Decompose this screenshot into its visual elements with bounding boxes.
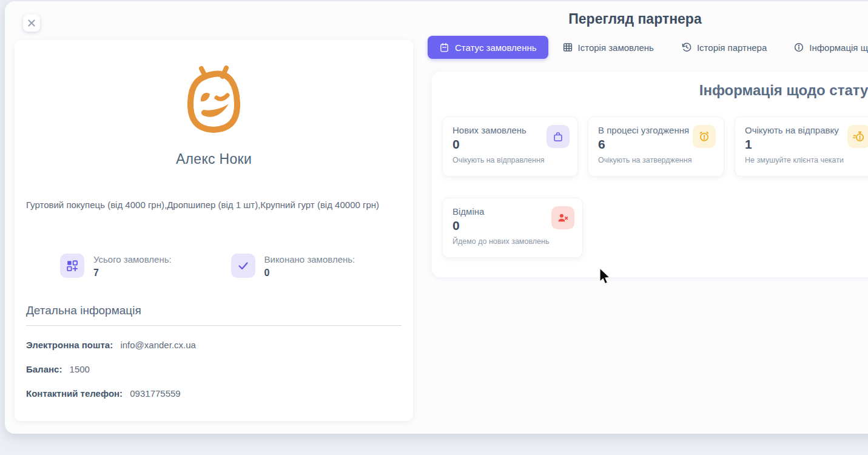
detail-value: 1500 xyxy=(70,364,90,374)
detail-value: 0931775559 xyxy=(130,388,180,399)
close-icon xyxy=(27,19,36,27)
page-title: Перегляд партнера xyxy=(432,11,838,27)
detail-label: Баланс: xyxy=(26,364,62,374)
stat-label: Усього замовлень: xyxy=(93,254,172,265)
partner-summary-card: Алекс Ноки Гуртовий покупець (від 4000 г… xyxy=(15,40,413,421)
status-card-subtitle: Не змушуйте клієнта чекати xyxy=(745,156,868,164)
tab-order-status[interactable]: Статус замовленнь xyxy=(428,36,548,59)
close-button[interactable] xyxy=(23,15,40,32)
partner-view-modal: Перегляд партнера Статус замовленнь xyxy=(5,1,868,434)
tab-partner-history[interactable]: Історія партнера xyxy=(681,42,767,53)
tab-order-history[interactable]: Історія замовлень xyxy=(562,42,654,53)
detail-phone: Контактний телефон: 0931775559 xyxy=(26,388,402,399)
detail-label: Контактний телефон: xyxy=(26,388,123,399)
stat-label: Виконано замовлень: xyxy=(264,254,355,265)
tab-label: Статус замовленнь xyxy=(455,42,537,53)
tab-partner-info[interactable]: Інформація щодо партнера xyxy=(793,42,868,53)
status-card-subtitle: Йдемо до нових замовлень xyxy=(453,237,573,246)
details-heading: Детальна інформація xyxy=(26,304,402,326)
tab-bar: Статус замовленнь Історія замовлень xyxy=(428,36,868,59)
status-card-subtitle: Очікують на затвердження xyxy=(598,156,714,164)
tab-label: Історія замовлень xyxy=(578,42,654,53)
detail-balance: Баланс: 1500 xyxy=(26,364,402,374)
person-x-icon xyxy=(551,206,574,229)
status-card-new-orders: Нових замовлень 0 Очікують на відправлен… xyxy=(442,116,578,177)
history-icon xyxy=(681,42,692,53)
status-card-in-approval: В процесі узгодження 6 Очікують на затве… xyxy=(588,116,724,177)
clipboard-icon xyxy=(439,42,449,53)
status-panel-heading: Інформація щодо статусу замовлень xyxy=(432,82,868,99)
partner-logo xyxy=(26,64,402,138)
tab-label: Історія партнера xyxy=(697,42,767,53)
partner-name: Алекс Ноки xyxy=(26,151,402,167)
stat-total-orders: Усього замовлень: 7 xyxy=(60,254,231,278)
stat-completed-orders: Виконано замовлень: 0 xyxy=(231,254,402,278)
check-icon xyxy=(231,254,255,278)
status-card-subtitle: Очікують на відправлення xyxy=(453,156,568,164)
detail-label: Электронна пошта: xyxy=(26,340,113,350)
info-icon xyxy=(793,42,804,53)
partner-groups: Гуртовий покупець (від 4000 грн),Дропшип… xyxy=(26,199,402,211)
tab-label: Інформація щодо партнера xyxy=(809,42,868,53)
partner-stats: Усього замовлень: 7 Виконано замовлень: … xyxy=(26,254,402,278)
bag-icon xyxy=(547,125,570,148)
page: { "dialog": { "title": "Перегляд партнер… xyxy=(0,0,868,455)
table-icon xyxy=(562,42,573,53)
status-card-cancelled: Відміна 0 Йдемо до нових замовлень xyxy=(442,198,583,258)
stopwatch-icon xyxy=(847,125,868,148)
detail-value: info@xander.cx.ua xyxy=(120,340,195,350)
alarm-icon xyxy=(693,125,716,148)
detail-email: Электронна пошта: info@xander.cx.ua xyxy=(26,340,402,350)
status-card-awaiting-shipment: Очікують на відправку 1 Не змушуйте кліє… xyxy=(735,116,868,177)
dashboard-add-icon xyxy=(60,254,84,278)
stat-value: 0 xyxy=(264,268,355,278)
status-panel: Інформація щодо статусу замовлень Нових … xyxy=(432,72,868,277)
stat-value: 7 xyxy=(93,268,172,278)
